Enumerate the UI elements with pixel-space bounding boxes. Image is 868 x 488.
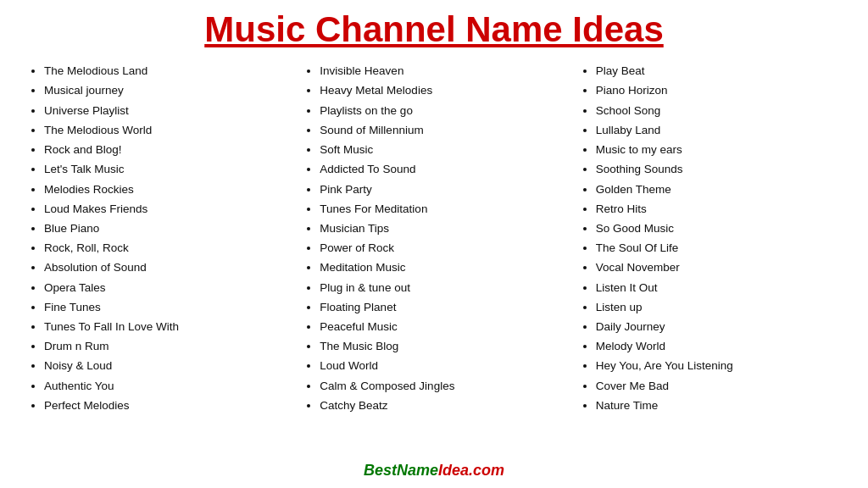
- list-item: So Good Music: [596, 219, 839, 238]
- list-item: Tunes To Fall In Love With: [44, 317, 287, 336]
- list-item: Let's Talk Music: [44, 159, 287, 179]
- column-3: Play BeatPiano HorizonSchool SongLullaby…: [572, 61, 848, 455]
- footer-red-text: Idea.com: [438, 462, 504, 479]
- list-item: Soothing Sounds: [596, 159, 839, 179]
- list-item: Authentic You: [44, 376, 287, 396]
- list-item: Hey You, Are You Listening: [596, 356, 839, 375]
- list-item: The Soul Of Life: [596, 238, 839, 258]
- footer-green-text: BestName: [364, 462, 438, 479]
- list-item: Fine Tunes: [44, 297, 287, 317]
- list-item: Heavy Metal Melodies: [320, 80, 563, 100]
- list-item: Blue Piano: [44, 219, 287, 238]
- column-1: The Melodious LandMusical journeyUnivers…: [20, 61, 296, 455]
- list-item: Noisy & Loud: [44, 356, 287, 375]
- list-item: Floating Planet: [320, 297, 563, 317]
- list-item: Universe Playlist: [44, 101, 287, 120]
- list-item: Listen up: [596, 297, 839, 317]
- list-item: Rock and Blog!: [44, 140, 287, 159]
- list-item: Pink Party: [320, 180, 563, 199]
- footer: BestNameIdea.com: [20, 462, 848, 480]
- list-item: Listen It Out: [596, 278, 839, 297]
- list-item: Addicted To Sound: [320, 159, 563, 179]
- list-item: Lullaby Land: [596, 120, 839, 140]
- list-item: Daily Journey: [596, 317, 839, 336]
- list-item: Drum n Rum: [44, 336, 287, 356]
- list-item: Musical journey: [44, 80, 287, 100]
- list-item: Peaceful Music: [320, 317, 563, 336]
- list-item: The Music Blog: [320, 336, 563, 356]
- page-title: Music Channel Name Ideas: [20, 10, 848, 49]
- list-item: The Melodious World: [44, 120, 287, 140]
- list-1: The Melodious LandMusical journeyUnivers…: [29, 61, 287, 415]
- list-item: Retro Hits: [596, 199, 839, 219]
- list-item: Nature Time: [596, 396, 839, 415]
- list-item: Melodies Rockies: [44, 180, 287, 199]
- list-item: Invisible Heaven: [320, 61, 563, 80]
- list-item: Plug in & tune out: [320, 278, 563, 297]
- list-3: Play BeatPiano HorizonSchool SongLullaby…: [581, 61, 839, 415]
- list-item: Cover Me Bad: [596, 376, 839, 396]
- list-item: Piano Horizon: [596, 80, 839, 100]
- list-item: The Melodious Land: [44, 61, 287, 80]
- list-item: Golden Theme: [596, 180, 839, 199]
- list-item: Catchy Beatz: [320, 396, 563, 415]
- list-item: Rock, Roll, Rock: [44, 238, 287, 258]
- list-2: Invisible HeavenHeavy Metal MelodiesPlay…: [304, 61, 563, 415]
- list-item: Music to my ears: [596, 140, 839, 159]
- list-item: Soft Music: [320, 140, 563, 159]
- list-item: Meditation Music: [320, 258, 563, 277]
- list-item: Loud World: [320, 356, 563, 375]
- list-item: Calm & Composed Jingles: [320, 376, 563, 396]
- list-item: Sound of Millennium: [320, 120, 563, 140]
- column-2: Invisible HeavenHeavy Metal MelodiesPlay…: [296, 61, 571, 455]
- list-item: Loud Makes Friends: [44, 199, 287, 219]
- list-item: School Song: [596, 101, 839, 120]
- list-item: Vocal November: [596, 258, 839, 277]
- list-item: Opera Tales: [44, 278, 287, 297]
- list-item: Playlists on the go: [320, 101, 563, 120]
- list-item: Power of Rock: [320, 238, 563, 258]
- list-item: Tunes For Meditation: [320, 199, 563, 219]
- list-item: Perfect Melodies: [44, 396, 287, 415]
- page-container: Music Channel Name Ideas The Melodious L…: [0, 0, 868, 488]
- list-item: Play Beat: [596, 61, 839, 80]
- list-item: Musician Tips: [320, 219, 563, 238]
- list-item: Absolution of Sound: [44, 258, 287, 277]
- content-columns: The Melodious LandMusical journeyUnivers…: [20, 61, 848, 455]
- list-item: Melody World: [596, 336, 839, 356]
